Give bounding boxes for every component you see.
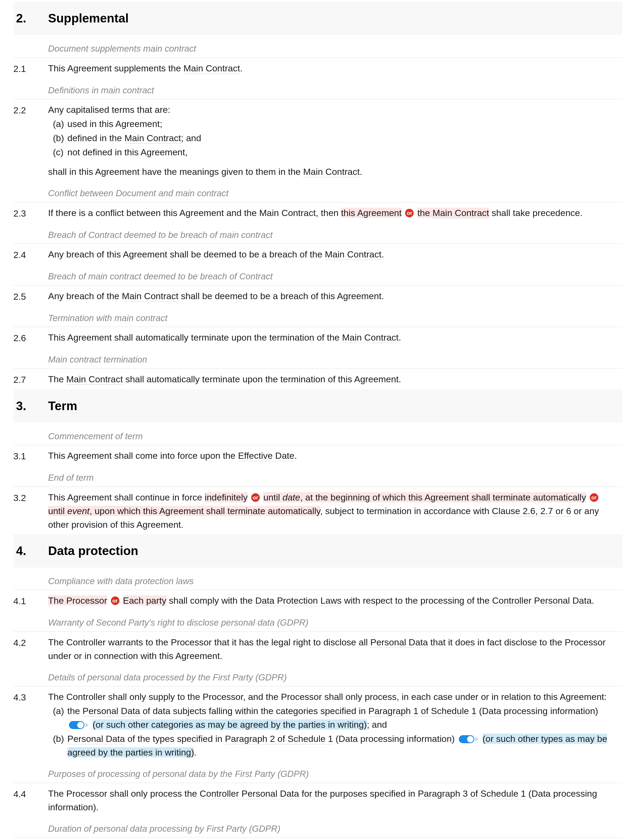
clause-2-7: 2.7 The Main Contract shall automaticall… — [13, 369, 623, 388]
caption-3-1-text: Commencement of term — [48, 429, 143, 443]
clause-3-2-num: 3.2 — [13, 491, 48, 532]
clause-2-5: 2.5 Any breach of the Main Contract shal… — [13, 286, 623, 305]
clause-2-6: 2.6 This Agreement shall automatically t… — [13, 327, 623, 346]
defined-term[interactable]: Main Contract — [342, 332, 399, 343]
chevron-right-icon — [475, 737, 479, 742]
clause-2-2-a: (a)used in this Agreement; — [53, 117, 612, 131]
caption-2-6-text: Termination with main contract — [48, 311, 167, 325]
defined-term: Main Contract — [433, 208, 489, 218]
clause-2-3-num: 2.3 — [13, 206, 48, 220]
section-4-num: 4. — [16, 542, 48, 560]
caption-4-1: Compliance with data protection laws — [13, 568, 623, 590]
clause-4-5: 4.5 The Processor shall only process the… — [13, 838, 623, 840]
caption-4-2-text: Warranty of Second Party's right to disc… — [48, 616, 309, 629]
clause-4-3-num: 4.3 — [13, 690, 48, 759]
defined-term[interactable]: Controller Personal Data — [200, 788, 299, 799]
caption-4-5: Duration of personal data processing by … — [13, 815, 623, 838]
option-until-event[interactable]: until event, upon which this Agreement s… — [48, 506, 320, 516]
clause-ref[interactable]: Clause 2.6, 2.7 or 6 — [492, 506, 571, 516]
paragraph-ref[interactable]: Paragraph 2 of Schedule 1 — [225, 734, 333, 744]
clause-4-4: 4.4 The Processor shall only process the… — [13, 783, 623, 815]
option-main-contract[interactable]: the Main Contract — [417, 208, 489, 218]
clause-3-2: 3.2 This Agreement shall continue in for… — [13, 487, 623, 532]
defined-term[interactable]: Controller Personal Data — [492, 595, 592, 606]
clause-4-2-body: The Controller warrants to the Processor… — [48, 635, 623, 663]
caption-3-1: Commencement of term — [13, 423, 623, 445]
clause-2-2-num: 2.2 — [13, 103, 48, 178]
clause-2-7-body: The Main Contract shall automatically te… — [48, 373, 623, 387]
clause-4-3-a: (a) the Personal Data of data subjects f… — [53, 704, 612, 731]
option-processor[interactable]: The Processor — [48, 595, 107, 606]
clause-4-2-num: 4.2 — [13, 635, 48, 663]
caption-2-5-text: Breach of main contract deemed to be bre… — [48, 270, 272, 283]
caption-4-2: Warranty of Second Party's right to disc… — [13, 609, 623, 632]
caption-2-7-text: Main contract termination — [48, 353, 147, 366]
defined-term[interactable]: Personal Data — [370, 637, 428, 648]
caption-2-4-text: Breach of Contract deemed to be breach o… — [48, 228, 272, 242]
defined-term[interactable]: Personal Data — [67, 734, 125, 744]
caption-2-3: Conflict between Document and main contr… — [13, 180, 623, 202]
clause-2-3-body: If there is a conflict between this Agre… — [48, 206, 623, 220]
caption-2-1-text: Document supplements main contract — [48, 42, 196, 55]
or-selector[interactable]: or — [405, 209, 414, 217]
clause-2-2-c: (c)not defined in this Agreement, — [53, 145, 612, 159]
clause-2-3: 2.3 If there is a conflict between this … — [13, 202, 623, 221]
clause-4-4-num: 4.4 — [13, 787, 48, 814]
caption-4-3-text: Details of personal data processed by th… — [48, 671, 287, 684]
clause-2-2-body: Any capitalised terms that are: (a)used … — [48, 103, 623, 178]
defined-term[interactable]: Main Contract — [325, 249, 382, 260]
clause-2-2: 2.2 Any capitalised terms that are: (a)u… — [13, 99, 623, 180]
caption-4-4: Purposes of processing of personal data … — [13, 760, 623, 783]
defined-term[interactable]: Effective Date — [238, 450, 294, 461]
or-selector[interactable]: or — [590, 493, 598, 502]
defined-term[interactable]: Main Contract — [124, 133, 181, 144]
or-selector[interactable]: or — [111, 597, 120, 605]
defined-term[interactable]: Main Contract — [303, 167, 360, 177]
option-each-party[interactable]: Each party — [123, 595, 167, 606]
toggle-optional[interactable] — [459, 735, 479, 743]
section-3-heading: 3. Term — [13, 389, 623, 423]
toggle-optional[interactable] — [69, 721, 88, 729]
clause-2-1: 2.1 This Agreement supplements the Main … — [13, 58, 623, 77]
clause-4-4-body: The Processor shall only process the Con… — [48, 787, 623, 814]
option-this-agreement[interactable]: this Agreement — [341, 208, 401, 218]
clause-4-2: 4.2 The Controller warrants to the Proce… — [13, 632, 623, 664]
clause-2-6-num: 2.6 — [13, 331, 48, 345]
document-root: 2. Supplemental Document supplements mai… — [0, 2, 636, 840]
option-until-date[interactable]: until date, at the beginning of which th… — [263, 492, 586, 502]
clause-3-1: 3.1 This Agreement shall come into force… — [13, 445, 623, 464]
caption-2-3-text: Conflict between Document and main contr… — [48, 186, 228, 200]
section-3-num: 3. — [16, 397, 48, 415]
clause-2-1-body: This Agreement supplements the Main Cont… — [48, 62, 623, 76]
defined-term[interactable]: Main Contract — [66, 374, 123, 385]
defined-term[interactable]: Main Contract — [184, 63, 240, 74]
clause-3-1-num: 3.1 — [13, 449, 48, 463]
section-2-heading: 2. Supplemental — [13, 2, 623, 35]
section-4-heading: 4. Data protection — [13, 534, 623, 568]
clause-4-3: 4.3 The Controller shall only supply to … — [13, 686, 623, 760]
clause-3-2-body: This Agreement shall continue in force i… — [48, 491, 623, 532]
or-selector[interactable]: or — [251, 493, 260, 502]
clause-4-3-body: The Controller shall only supply to the … — [48, 690, 623, 759]
caption-2-2-text: Definitions in main contract — [48, 84, 154, 97]
paragraph-ref[interactable]: Paragraph 1 of Schedule 1 — [368, 706, 477, 717]
clause-3-1-body: This Agreement shall come into force upo… — [48, 449, 623, 463]
clause-4-1-num: 4.1 — [13, 594, 48, 608]
defined-term[interactable]: Main Contract — [122, 291, 178, 302]
section-4-title: Data protection — [48, 542, 138, 560]
optional-text[interactable]: (or such other categories as may be agre… — [93, 719, 367, 729]
section-2-num: 2. — [16, 9, 48, 28]
section-2-title: Supplemental — [48, 9, 129, 28]
clause-4-1: 4.1 The Processor or Each party shall co… — [13, 590, 623, 609]
caption-2-5: Breach of main contract deemed to be bre… — [13, 263, 623, 286]
clause-2-4-body: Any breach of this Agreement shall be de… — [48, 248, 623, 262]
clause-2-6-body: This Agreement shall automatically termi… — [48, 331, 623, 345]
clause-2-5-body: Any breach of the Main Contract shall be… — [48, 289, 623, 303]
option-indefinitely[interactable]: indefinitely — [205, 492, 248, 502]
caption-4-4-text: Purposes of processing of personal data … — [48, 767, 309, 781]
defined-term[interactable]: Personal Data — [83, 706, 140, 717]
paragraph-ref[interactable]: Paragraph 3 of Schedule 1 — [418, 788, 526, 799]
clause-2-1-num: 2.1 — [13, 62, 48, 76]
defined-term[interactable]: Data Protection Laws — [255, 595, 342, 606]
clause-2-5-num: 2.5 — [13, 289, 48, 303]
